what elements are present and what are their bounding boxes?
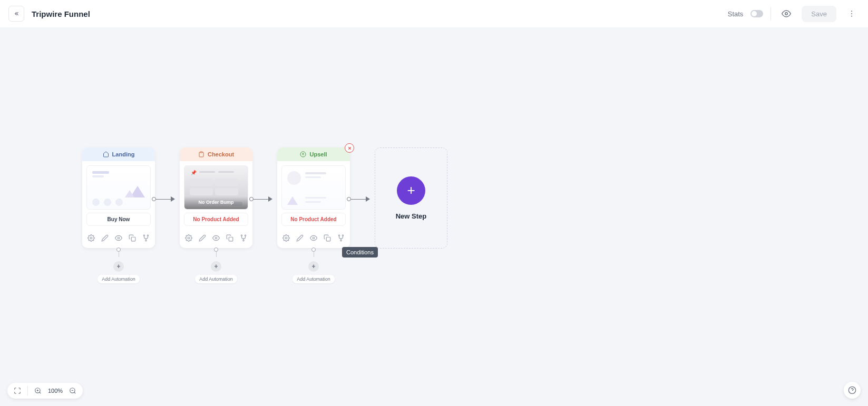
svg-point-9 <box>145 240 147 241</box>
svg-point-16 <box>243 240 244 241</box>
copy-icon <box>129 234 136 242</box>
help-button[interactable] <box>844 382 861 399</box>
step-header-upsell: Upsell <box>277 147 350 161</box>
action-row <box>277 230 350 248</box>
stats-label: Stats <box>728 10 744 18</box>
edit-button[interactable] <box>198 233 207 243</box>
svg-point-7 <box>143 235 144 236</box>
eye-icon <box>310 234 317 242</box>
add-automation-button[interactable]: + <box>211 261 221 272</box>
copy-icon <box>324 234 331 242</box>
svg-point-22 <box>313 237 315 239</box>
divider <box>27 386 28 395</box>
eye-icon <box>212 234 220 242</box>
canvas[interactable]: Landing Buy Now + Add Automation <box>0 27 868 406</box>
svg-line-28 <box>40 392 41 394</box>
svg-point-0 <box>785 13 788 15</box>
svg-point-12 <box>215 237 217 239</box>
svg-point-2 <box>851 13 852 14</box>
branch-icon <box>142 234 150 242</box>
new-step-label: New Step <box>396 212 427 220</box>
step-title: Landing <box>112 151 135 157</box>
preview-button[interactable] <box>309 233 318 243</box>
step-cta[interactable]: No Product Added <box>281 213 346 226</box>
step-card-landing[interactable]: Landing Buy Now <box>82 147 155 248</box>
gear-icon <box>185 234 192 242</box>
step-thumbnail[interactable]: 📌 No Order Bump <box>184 165 248 210</box>
step-cta[interactable]: Buy Now <box>86 213 151 226</box>
settings-button[interactable] <box>281 233 291 243</box>
duplicate-button[interactable] <box>225 233 235 243</box>
branch-icon <box>337 234 345 242</box>
step-title: Checkout <box>208 151 234 157</box>
eye-icon <box>782 9 791 18</box>
step-thumbnail[interactable] <box>281 165 346 210</box>
zoom-in-icon <box>34 387 42 394</box>
preview-button[interactable] <box>211 233 221 243</box>
action-row <box>180 230 252 248</box>
back-button[interactable] <box>8 6 24 22</box>
step-card-upsell[interactable]: Upsell No Product Added <box>277 147 350 248</box>
page-title: Tripwire Funnel <box>32 9 90 18</box>
add-automation-wrap: + Add Automation <box>82 254 155 283</box>
duplicate-button[interactable] <box>128 233 137 243</box>
clipboard-icon <box>198 151 204 157</box>
preview-button[interactable] <box>778 6 794 22</box>
zoom-bar: 100% <box>7 383 83 399</box>
svg-point-3 <box>851 16 852 17</box>
conditions-button[interactable] <box>336 233 346 243</box>
connector <box>249 196 272 202</box>
action-row <box>82 230 155 248</box>
add-automation-button[interactable]: + <box>113 261 124 272</box>
plus-icon: + <box>397 176 425 205</box>
step-thumbnail[interactable] <box>86 165 151 210</box>
add-automation-button[interactable]: + <box>308 261 319 272</box>
more-button[interactable] <box>844 6 860 22</box>
gear-icon <box>87 234 95 242</box>
divider <box>771 7 771 20</box>
delete-step-button[interactable] <box>345 143 354 153</box>
step-cta[interactable]: No Product Added <box>184 213 248 226</box>
branch-icon <box>240 234 247 242</box>
step-body: Buy Now <box>82 161 155 230</box>
svg-point-11 <box>188 237 190 239</box>
settings-button[interactable] <box>86 233 96 243</box>
pencil-icon <box>101 234 109 242</box>
conditions-button[interactable] <box>141 233 151 243</box>
svg-rect-6 <box>131 237 135 241</box>
close-icon <box>347 146 352 151</box>
preview-button[interactable] <box>114 233 123 243</box>
add-automation-label[interactable]: Add Automation <box>97 275 140 283</box>
step-title: Upsell <box>309 151 327 157</box>
conditions-button[interactable] <box>239 233 248 243</box>
svg-point-24 <box>338 235 339 236</box>
step-body: 📌 No Order Bump No Product Added <box>180 161 252 230</box>
svg-point-21 <box>285 237 287 239</box>
fullscreen-button[interactable] <box>13 386 22 395</box>
add-automation-label[interactable]: Add Automation <box>195 275 237 283</box>
duplicate-button[interactable] <box>323 233 332 243</box>
zoom-in-button[interactable] <box>33 386 43 395</box>
tooltip: Conditions <box>342 247 378 258</box>
add-automation-wrap: + Add Automation <box>180 254 252 283</box>
add-automation-label[interactable]: Add Automation <box>292 275 335 283</box>
new-step-button[interactable]: + New Step <box>375 147 447 249</box>
svg-point-8 <box>147 235 148 236</box>
stats-toggle[interactable] <box>750 10 763 17</box>
step-header-checkout: Checkout <box>180 147 252 161</box>
svg-point-1 <box>851 11 852 12</box>
settings-button[interactable] <box>184 233 193 243</box>
svg-rect-13 <box>229 237 233 241</box>
eye-icon <box>115 234 122 242</box>
svg-point-5 <box>118 237 120 239</box>
step-card-checkout[interactable]: Checkout 📌 No Order Bump No Product Adde… <box>180 147 252 248</box>
copy-icon <box>226 234 233 242</box>
gear-icon <box>282 234 290 242</box>
save-button[interactable]: Save <box>802 6 836 22</box>
help-icon <box>848 386 856 394</box>
zoom-out-button[interactable] <box>68 386 77 395</box>
svg-point-14 <box>241 235 242 236</box>
zoom-value: 100% <box>48 388 63 394</box>
edit-button[interactable] <box>295 233 305 243</box>
edit-button[interactable] <box>100 233 110 243</box>
